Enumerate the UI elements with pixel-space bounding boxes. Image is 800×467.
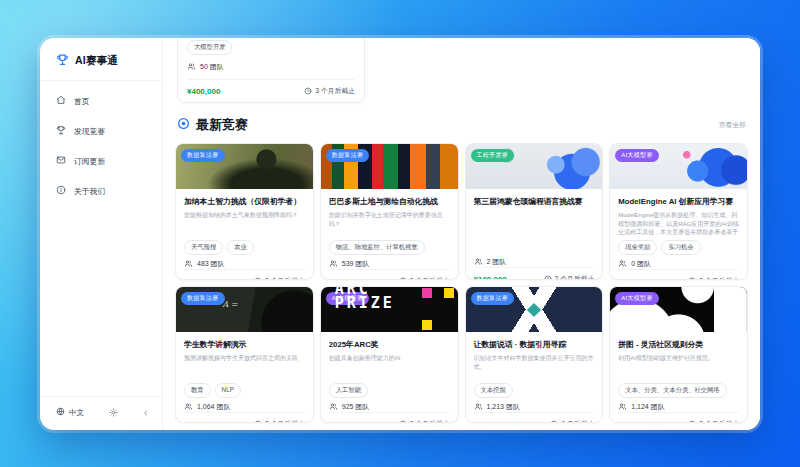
competition-card[interactable]: AI大模型赛 拼图 - 灵活社区规则分类 利用AI模型协助版主维护社区规范。 文… <box>609 286 748 423</box>
deadline-label: 2 个月后截止 <box>265 419 305 423</box>
team-count: 2 团队 <box>474 257 595 267</box>
deadline-label: 2 个月后截止 <box>555 274 595 280</box>
competition-title[interactable]: 第三届鸿蒙仓颉编程语言挑战赛 <box>474 196 595 207</box>
competition-card[interactable]: AI大模型赛 ModelEngine AI 创新应用学习赛 ModelEngin… <box>609 143 748 280</box>
team-count: 539 团队 <box>329 259 450 269</box>
team-count-label: 2 团队 <box>487 257 507 267</box>
competition-title[interactable]: ModelEngine AI 创新应用学习赛 <box>618 196 739 207</box>
competition-tags: 文本、分类、文本分类、社交网络 <box>618 383 739 398</box>
sidebar-item-discover[interactable]: 发现竞赛 <box>50 125 152 137</box>
deadline-label: 6 天后截止 <box>561 419 594 423</box>
competition-card[interactable]: 数据算法赛 加纳本土智力挑战（仅限初学者） 您能根据加纳的本土气象数据预测降雨吗… <box>175 143 314 280</box>
collapse-sidebar-icon[interactable] <box>142 409 150 417</box>
prize-amount: ¥7,200,000 <box>329 420 369 424</box>
competition-cover-image: 数据算法赛 <box>176 144 313 189</box>
competition-tags: 文本挖掘 <box>474 383 595 398</box>
teams-icon <box>618 259 627 269</box>
deadline-label: 2 个月后截止 <box>410 276 450 280</box>
competition-type-badge: 工程开发赛 <box>471 149 515 162</box>
team-count-label: 539 团队 <box>342 259 370 269</box>
tag-pill: 物流、陆地监控、计算机视觉 <box>329 240 425 255</box>
theme-toggle-icon[interactable] <box>109 408 118 417</box>
competition-card[interactable]: AI大模型赛 ARC PRIZE 2025年ARC奖 创建具备创新推理能力的AI… <box>320 286 459 423</box>
tag-pill: 教育 <box>184 383 211 398</box>
sidebar-item-label: 关于我们 <box>74 186 105 197</box>
competition-title[interactable]: 拼图 - 灵活社区规则分类 <box>618 339 739 350</box>
team-count: 483 团队 <box>184 259 305 269</box>
teams-icon <box>618 402 627 412</box>
team-count: 50 团队 <box>187 62 355 72</box>
clock-icon <box>399 420 407 424</box>
deadline-label: 2 个月后截止 <box>699 419 739 423</box>
team-count: 1,213 团队 <box>474 402 595 412</box>
sidebar-nav: 首页 发现竞赛 订阅更新 关于我们 <box>40 81 162 396</box>
competition-card[interactable]: 数据算法赛 巴巴多斯土地与测绘自动化挑战 您能识别并数字化土地登记簿中的重要信息… <box>320 143 459 280</box>
mail-icon <box>56 155 66 167</box>
sidebar-item-about[interactable]: 关于我们 <box>50 185 152 197</box>
competition-description: 您能根据加纳的本土气象数据预测降雨吗？ <box>184 211 305 237</box>
tag-pill: 文本、分类、文本分类、社交网络 <box>618 383 726 398</box>
tag-pill: 文本挖掘 <box>474 383 513 398</box>
view-all-link[interactable]: 查看全部 <box>719 120 746 130</box>
competition-type-badge: AI大模型赛 <box>615 292 658 305</box>
team-count-label: 1,213 团队 <box>487 402 520 412</box>
prize-amount: ¥400,000 <box>187 87 220 96</box>
competition-type-badge: 数据算法赛 <box>471 292 515 305</box>
globe-icon <box>56 407 65 418</box>
deadline-label: 3 个月后截止 <box>699 276 739 280</box>
competition-description: 预测讲解视频与学生开放式回答之间的关联 <box>184 354 305 380</box>
competition-description: 您能识别并数字化土地登记簿中的重要信息吗？ <box>329 211 450 237</box>
tag-pill: 大模型开发 <box>187 40 232 55</box>
teams-icon <box>329 259 338 269</box>
prize-amount: ¥100,000 <box>474 275 507 281</box>
clock-icon <box>688 420 696 424</box>
cover-art-text: A = <box>222 300 237 309</box>
competition-cover-image: 数据算法赛 A = <box>176 287 313 332</box>
prize-amount: ¥396,000 <box>184 420 217 424</box>
sidebar: AI赛事通 首页 发现竞赛 订阅更新 <box>40 38 163 430</box>
home-icon <box>56 95 66 107</box>
competition-grid: 数据算法赛 加纳本土智力挑战（仅限初学者） 您能根据加纳的本土气象数据预测降雨吗… <box>175 143 748 423</box>
deadline-label: 3 个月后截止 <box>410 419 450 423</box>
sidebar-item-label: 首页 <box>74 96 90 107</box>
team-count: 1,064 团队 <box>184 402 305 412</box>
teams-icon <box>329 402 338 412</box>
competition-title[interactable]: 巴巴多斯土地与测绘自动化挑战 <box>329 196 450 207</box>
deadline: 6 天后截止 <box>550 419 594 423</box>
language-switcher[interactable]: 中文 <box>56 407 84 418</box>
section-icon <box>177 116 190 134</box>
competition-tags: 人工智能 <box>329 383 450 398</box>
competition-title[interactable]: 2025年ARC奖 <box>329 339 450 350</box>
prize-amount: ¥720,000 <box>474 420 507 424</box>
competition-cover-image: AI大模型赛 <box>610 287 747 332</box>
deadline: 2 个月后截止 <box>254 419 305 423</box>
trophy-icon <box>56 52 69 70</box>
competition-description: ModelEngine提供从数据处理、知识生成、到模型微调和部署、以及RAG应用… <box>618 211 739 237</box>
sidebar-item-subscribe[interactable]: 订阅更新 <box>50 155 152 167</box>
competition-title[interactable]: 加纳本土智力挑战（仅限初学者） <box>184 196 305 207</box>
competition-description: 识别论文中对科学数据集使用并公开引用的方式。 <box>474 354 595 380</box>
main-content: 大模型开发 50 团队 ¥400,000 3 个月后截止 <box>163 38 760 430</box>
competition-cover-image: 数据算法赛 <box>321 144 458 189</box>
competition-card[interactable]: 数据算法赛 A = 学生数学讲解演示 预测讲解视频与学生开放式回答之间的关联 教… <box>175 286 314 423</box>
team-count-label: 483 团队 <box>197 259 225 269</box>
competition-tags: 教育NLP <box>184 383 305 398</box>
competition-title[interactable]: 让数据说话 · 数据引用寻踪 <box>474 339 595 350</box>
competition-title[interactable]: 学生数学讲解演示 <box>184 339 305 350</box>
competition-card[interactable]: 工程开发赛 第三届鸿蒙仓颉编程语言挑战赛 2 团队 ¥100,000 <box>465 143 604 280</box>
sidebar-item-home[interactable]: 首页 <box>50 95 152 107</box>
competition-description <box>474 211 595 237</box>
competition-card[interactable]: 数据算法赛 让数据说话 · 数据引用寻踪 识别论文中对科学数据集使用并公开引用的… <box>465 286 604 423</box>
deadline: 2 个月后截止 <box>688 419 739 423</box>
clock-icon <box>688 277 696 281</box>
app-logo[interactable]: AI赛事通 <box>40 38 162 81</box>
scrolled-competition-card[interactable]: 大模型开发 50 团队 ¥400,000 3 个月后截止 <box>177 38 365 103</box>
sidebar-footer: 中文 <box>40 396 162 430</box>
deadline: 3 个月后截止 <box>399 419 450 423</box>
team-count-label: 925 团队 <box>342 402 370 412</box>
competition-type-badge: AI大模型赛 <box>326 292 369 305</box>
tag-pill: 现金奖励 <box>618 240 657 255</box>
tag-pill: 人工智能 <box>329 383 368 398</box>
trophy-icon <box>56 125 66 137</box>
competition-cover-image: 数据算法赛 <box>466 287 603 332</box>
